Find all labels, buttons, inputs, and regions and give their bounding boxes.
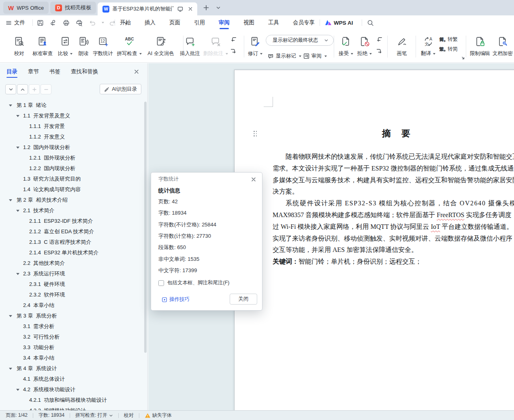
menu-item-工具[interactable]: 工具 <box>268 15 279 30</box>
word-count-button[interactable]: 12 字数统计 <box>91 34 115 57</box>
toc-collapse-arrow-icon[interactable] <box>9 104 12 107</box>
toc-item[interactable]: 1.1 开发背景及意义 <box>0 111 143 121</box>
to-traditional-button[interactable]: 简 转繁 <box>439 36 458 43</box>
tab-document[interactable]: W 基于ESP32单片机的智能门铃 <box>98 2 197 15</box>
toc-item[interactable]: 4.2.2 按键模块功能设计 <box>0 405 143 410</box>
toc-item[interactable]: 2.3.2 软件环境 <box>0 290 143 300</box>
close-tab-icon[interactable] <box>187 5 194 13</box>
ink-pen-button[interactable]: 画笔 <box>392 34 412 57</box>
document-text-line[interactable]: 随着物联网技术的快速发展，传统门铃系统已无法满足现代家庭对安防和智能交互 <box>273 151 514 163</box>
toc-item[interactable]: 2.1.3 C 语言程序技术简介 <box>0 237 143 247</box>
toc-collapse-arrow-icon[interactable] <box>9 368 12 370</box>
collapse-all-button[interactable] <box>5 84 16 94</box>
toc-collapse-arrow-icon[interactable] <box>16 273 19 275</box>
menu-item-页面[interactable]: 页面 <box>169 15 180 30</box>
toc-item[interactable]: 2.2 其他技术简介 <box>0 258 143 269</box>
document-text-line[interactable]: 多媒体交互与云端服务技术，构建具有实时监控、远程交互和智能告警功能的家居安防 <box>273 175 514 186</box>
toc-collapse-arrow-icon[interactable] <box>9 315 12 317</box>
toc-item[interactable]: 第 2 章 相关技术介绍 <box>0 195 143 205</box>
sidebar-scrollbar[interactable] <box>144 102 147 353</box>
toc-item[interactable]: 4.2.1 功放和编码器模块功能设计 <box>0 395 143 405</box>
restrict-editing-button[interactable]: 限制编辑 <box>468 34 492 57</box>
toc-item[interactable]: 2.4 本章小结 <box>0 300 143 311</box>
toc-item[interactable]: 第 3 章 系统分析 <box>0 311 143 321</box>
proofread-status[interactable]: 校对 <box>124 412 134 419</box>
markup-state-select[interactable]: 显示标记的最终状态 <box>266 35 334 46</box>
read-aloud-button[interactable]: 朗读 <box>75 34 92 57</box>
page-indicator[interactable]: 页面: 1/42 <box>6 412 28 419</box>
document-text-line[interactable]: MAX98357 音频模块构建多模态感知终端；软件层面基于 FreeRTOS 实… <box>273 209 514 221</box>
menu-item-会员专享[interactable]: 会员专享 <box>293 15 315 30</box>
sidebar-tab-章节[interactable]: 章节 <box>28 63 39 80</box>
sidebar-close-icon[interactable] <box>133 68 140 75</box>
promote-heading-button[interactable] <box>29 84 40 94</box>
menu-item-插入[interactable]: 插入 <box>145 15 156 30</box>
toc-item[interactable]: 4.2 系统模块功能设计 <box>0 384 143 395</box>
file-menu-button[interactable]: 文件 <box>6 18 25 28</box>
operation-tips-link[interactable]: 操作技巧 <box>162 296 190 303</box>
toc-item[interactable]: 1.2.1 国外现状分析 <box>0 153 143 163</box>
toc-item[interactable]: 第 1 章 绪论 <box>0 100 143 111</box>
sidebar-tab-书签[interactable]: 书签 <box>49 63 60 80</box>
delete-comment-button[interactable]: 删除批注 <box>203 34 228 57</box>
document-text-line[interactable]: 决方案。 <box>273 186 514 198</box>
toc-item[interactable]: 2.3.1 硬件环境 <box>0 279 143 290</box>
review-panel-button[interactable]: 审阅 <box>303 53 327 60</box>
document-text-line[interactable]: 系统硬件设计采用 ESP32-S3 模组为核心控制器，结合 OV2640 摄像头… <box>273 198 514 209</box>
translate-button[interactable]: 文A 翻译 <box>419 34 437 57</box>
dialog-close-button[interactable]: 关闭 <box>230 294 257 305</box>
toc-item[interactable]: 3.1 需求分析 <box>0 321 143 332</box>
sidebar-tab-查找和替换[interactable]: 查找和替换 <box>71 63 98 80</box>
spell-check-button[interactable]: ABC 拼写检查 <box>116 34 143 57</box>
expand-all-button[interactable] <box>17 84 28 94</box>
toc-item[interactable]: 1.4 论文构成与研究内容 <box>0 184 143 195</box>
save-button[interactable] <box>36 18 45 27</box>
print-preview-button[interactable] <box>75 18 83 27</box>
toc-item[interactable]: 2.1.4 ESP32 单片机技术简介 <box>0 247 143 258</box>
document-text-line[interactable]: 关键词：智能门铃；单片机；身份识别；远程交互； <box>273 256 514 268</box>
toc-item[interactable]: 2.1.2 嘉立创 EDA 技术简介 <box>0 226 143 237</box>
wps-ai-button[interactable]: WPS AI <box>325 17 353 28</box>
toc-item[interactable]: 3.4 本章小结 <box>0 353 143 363</box>
accept-change-button[interactable]: 接受 <box>337 34 355 57</box>
toc-collapse-arrow-icon[interactable] <box>16 147 19 149</box>
undo-dropdown-caret-icon[interactable] <box>102 22 104 23</box>
dialog-close-icon[interactable] <box>250 176 257 183</box>
toc-collapse-arrow-icon[interactable] <box>16 115 19 117</box>
menu-item-引用[interactable]: 引用 <box>194 15 205 30</box>
toc-item[interactable]: 2.1 技术简介 <box>0 205 143 216</box>
proofread-button[interactable]: 校对 <box>9 34 29 57</box>
toc-item[interactable]: 3.3 功能分析 <box>0 342 143 353</box>
spell-check-status[interactable]: 拼写检查: 打开 <box>75 412 113 419</box>
document-text-line[interactable]: 需求。本文设计并实现了一种基于 ESP32 微控制器的智能门铃系统，通过集成无线… <box>273 163 514 175</box>
toc-item[interactable]: 4.1 系统总体设计 <box>0 374 143 384</box>
ai-polish-button[interactable]: AI 全文润色 <box>143 34 178 57</box>
toc-item[interactable]: 1.1.2 开发意义 <box>0 132 143 142</box>
word-count-indicator[interactable]: 字数: 18934 <box>38 412 64 419</box>
toc-item[interactable]: 1.2 国内外现状分析 <box>0 142 143 153</box>
document-text-line[interactable]: 过 Wi-Fi 模块接入家庭网络，利用 MQTT 协议与阿里云 IoT 平台建立… <box>273 221 514 233</box>
toc-item[interactable]: 1.2.2 国内现状分析 <box>0 163 143 174</box>
toc-item[interactable]: 2.3 系统运行环境 <box>0 269 143 279</box>
print-button[interactable] <box>62 18 70 27</box>
menu-item-视图[interactable]: 视图 <box>243 15 254 30</box>
toc-item[interactable]: 1.1.1 开发背景 <box>0 121 143 132</box>
encrypt-document-button[interactable]: 文档加密 <box>491 34 514 57</box>
next-change-icon[interactable] <box>376 47 383 54</box>
undo-button[interactable] <box>87 18 96 27</box>
toc-collapse-arrow-icon[interactable] <box>16 389 19 391</box>
show-markup-button[interactable]: 显示标记 <box>267 53 301 60</box>
menu-item-审阅[interactable]: 审阅 <box>219 15 230 30</box>
tab-wps-home[interactable]: W WPS Office <box>3 2 49 14</box>
include-footnotes-option[interactable]: 包括文本框、脚注和尾注(F) <box>158 279 229 286</box>
toc-item[interactable]: 第 4 章 系统设计 <box>0 363 143 374</box>
document-text-line[interactable]: 交互等功能，并采用 AES 加密算法保障通信安全。 <box>273 244 514 256</box>
reject-change-button[interactable]: 拒绝 <box>356 34 373 57</box>
insert-comment-button[interactable]: 插入批注 <box>178 34 202 57</box>
to-simplified-button[interactable]: 繁 转简 <box>439 46 458 53</box>
compare-button[interactable]: 比较 <box>56 34 75 57</box>
include-footnotes-checkbox[interactable] <box>158 280 164 286</box>
sidebar-tab-目录[interactable]: 目录 <box>6 63 17 80</box>
ai-recognize-toc-button[interactable]: AI识别目录 <box>100 84 141 94</box>
tab-list-chevron-icon[interactable] <box>213 3 223 13</box>
